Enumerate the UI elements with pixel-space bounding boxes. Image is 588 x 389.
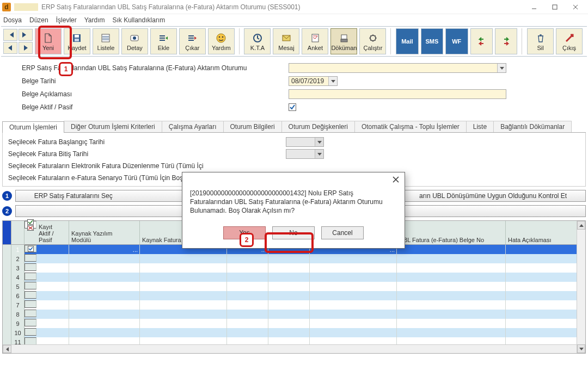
tab-oturum-degiskenleri[interactable]: Oturum Değişkenleri [281,121,355,132]
nav-last[interactable] [19,29,33,41]
listele-label: Listele [97,45,115,51]
tab-calisma-ayarlari[interactable]: Çalışma Ayarları [162,121,224,132]
dokuman-label: Döküman [331,45,357,51]
svg-rect-0 [553,5,557,9]
svg-rect-2 [75,35,79,38]
nav-prev[interactable] [3,42,17,54]
table-row[interactable]: 7 [3,300,585,310]
yardim-button[interactable]: Yardım [208,28,235,54]
menu-islevler[interactable]: İşlevler [56,16,77,24]
wf-button[interactable]: WF [445,28,468,54]
mesaj-label: Mesaj [278,45,294,51]
tab-liste[interactable]: Liste [466,121,494,132]
redo-button[interactable] [495,28,517,54]
exit-icon [564,32,575,44]
menu-duzen[interactable]: Düzen [29,16,48,24]
maximize-button[interactable] [544,1,565,14]
vertical-scrollbar[interactable] [577,221,585,353]
ekle-button[interactable]: Ekle [150,28,177,54]
nav-next[interactable] [19,42,33,54]
label-belge-aciklamasi: Belge Açıklaması [22,90,289,98]
dialog-no-button[interactable]: No [272,226,315,239]
horizontal-scrollbar[interactable] [3,344,585,353]
kta-button[interactable]: K.T.A [244,28,271,54]
calistir-label: Çalıştır [364,45,383,51]
table-row[interactable]: 6 [3,291,585,300]
table-row[interactable]: 4 [3,273,585,282]
col-check[interactable] [24,221,36,229]
combo-baslangic[interactable] [286,137,324,147]
svg-point-7 [217,34,225,42]
kaydet-label: Kaydet [68,45,86,51]
calistir-button[interactable]: Çalıştır [359,28,386,54]
scroll-up[interactable] [577,221,585,230]
sms-button[interactable]: SMS [421,28,443,54]
label-efatura-tur: Seçilecek Faturaların Elektronik Fatura … [8,162,286,170]
app-icon: d [2,3,11,11]
combo-oturum[interactable] [289,63,506,73]
ekle-label: Ekle [158,45,169,51]
combo-bitis[interactable] [286,149,324,159]
sil-label: Sil [537,45,543,51]
dialog-yes-button[interactable]: Yes [223,226,266,239]
scroll-down[interactable] [577,344,585,353]
mesaj-button[interactable]: Mesaj [273,28,299,54]
svg-rect-12 [312,34,318,42]
tab-baglantili-dokumanlar[interactable]: Bağlantılı Dökümanlar [493,121,572,132]
table-row[interactable]: 5 [3,282,585,291]
svg-rect-13 [341,35,347,39]
wf-label: WF [452,38,461,45]
menu-yardim[interactable]: Yardım [84,16,105,24]
listele-button[interactable]: Listele [93,28,119,54]
cikar-label: Çıkar [185,45,199,51]
dokuman-button[interactable]: Döküman [330,28,357,54]
cikis-label: Çıkış [562,45,576,51]
step-2-num: 2 [2,206,12,216]
col-kaynak-modul[interactable]: Kaynak Yazılım Modülü [69,221,140,244]
table-row[interactable]: 10 [3,328,585,337]
field-belge-tarihi[interactable]: 08/07/2019 [289,76,338,86]
tab-oturum-bilgileri[interactable]: Oturum Bilgileri [223,121,282,132]
field-belge-aciklamasi[interactable] [289,89,506,99]
menu-dosya[interactable]: Dosya [3,16,22,24]
table-row[interactable]: 3 [3,263,585,273]
menu-sik[interactable]: Sık Kullandıklarım [113,16,166,24]
new-document-icon [42,32,54,44]
tab-otomatik-calisma[interactable]: Otomatik Çalışma - Toplu İşlemler [354,121,467,132]
cikis-button[interactable]: Çıkış [556,28,583,54]
tab-oturum-islemleri[interactable]: Oturum İşlemleri [2,121,64,133]
dialog-cancel-button[interactable]: Cancel [321,226,364,239]
checkbox-belge-aktif[interactable] [289,103,296,111]
nav-first[interactable] [3,29,17,41]
label-belge-tarihi: Belge Tarihi [22,77,289,85]
table-row[interactable]: 11 [3,337,585,344]
tab-diger-kriterler[interactable]: Diğer Oturum İşlemi Kriterleri [64,121,162,132]
table-row[interactable]: 8 [3,310,585,319]
kaydet-button[interactable]: Kaydet [64,28,90,54]
detay-label: Detay [127,45,143,51]
mail-button[interactable]: Mail [396,28,418,54]
cikar-button[interactable]: Çıkar [179,28,206,54]
sil-button[interactable]: Sil [527,28,554,54]
add-row-icon [157,32,169,44]
window-title: ERP Satış Faturalarından UBL Satış Fatur… [41,3,301,11]
dialog-close-button[interactable] [390,174,401,185]
yeni-button[interactable]: Yeni [35,28,62,54]
table-row[interactable]: 2 [3,254,585,263]
col-ubl-belge[interactable]: UBL Fatura (e-Fatura) Belge No [397,221,506,244]
remove-row-icon [186,32,198,44]
detay-button[interactable]: Detay [121,28,148,54]
anket-button[interactable]: Anket [302,28,328,54]
col-hata[interactable]: Hata Açıklaması [506,221,585,244]
svg-rect-14 [341,39,347,42]
trash-icon [535,32,547,44]
run-icon [367,32,379,44]
anket-label: Anket [308,45,323,51]
grid-corner[interactable] [3,221,11,244]
undo-button[interactable] [470,28,493,54]
scroll-left[interactable] [3,345,11,353]
table-row[interactable]: 9 [3,319,585,328]
minimize-button[interactable] [524,1,544,14]
col-kayit[interactable]: Kayıt Aktif / Pasif [36,221,69,244]
close-button[interactable] [565,1,586,14]
